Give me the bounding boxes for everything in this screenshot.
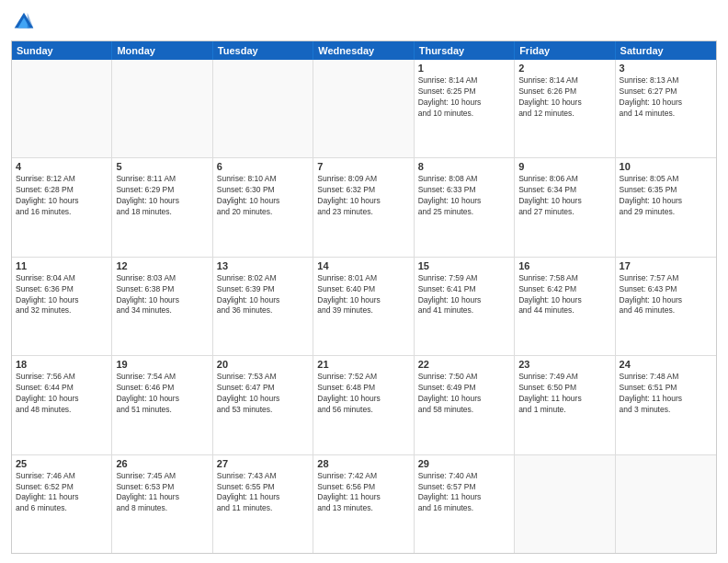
calendar-row: 25Sunrise: 7:46 AM Sunset: 6:52 PM Dayli… [12, 455, 716, 553]
day-number: 9 [518, 161, 610, 172]
calendar-row: 11Sunrise: 8:04 AM Sunset: 6:36 PM Dayli… [12, 258, 716, 356]
day-number: 5 [116, 161, 208, 172]
day-info: Sunrise: 7:40 AM Sunset: 6:57 PM Dayligh… [418, 471, 510, 515]
calendar-cell: 19Sunrise: 7:54 AM Sunset: 6:46 PM Dayli… [112, 356, 212, 454]
day-info: Sunrise: 7:46 AM Sunset: 6:52 PM Dayligh… [16, 471, 108, 515]
day-info: Sunrise: 7:43 AM Sunset: 6:55 PM Dayligh… [217, 471, 309, 515]
calendar-cell: 10Sunrise: 8:05 AM Sunset: 6:35 PM Dayli… [616, 158, 716, 256]
calendar-cell [515, 455, 615, 553]
logo [11, 9, 40, 35]
calendar-cell: 9Sunrise: 8:06 AM Sunset: 6:34 PM Daylig… [515, 158, 615, 256]
weekday-header: Wednesday [313, 41, 414, 60]
calendar-cell: 12Sunrise: 8:03 AM Sunset: 6:38 PM Dayli… [112, 258, 212, 355]
calendar-cell: 23Sunrise: 7:49 AM Sunset: 6:50 PM Dayli… [515, 356, 615, 454]
day-info: Sunrise: 8:03 AM Sunset: 6:38 PM Dayligh… [116, 273, 208, 317]
calendar-cell: 2Sunrise: 8:14 AM Sunset: 6:26 PM Daylig… [515, 60, 615, 157]
calendar-cell: 14Sunrise: 8:01 AM Sunset: 6:40 PM Dayli… [313, 258, 414, 355]
day-number: 23 [518, 359, 610, 370]
weekday-header: Tuesday [213, 41, 313, 60]
day-number: 14 [317, 260, 409, 271]
page: SundayMondayTuesdayWednesdayThursdayFrid… [0, 0, 728, 563]
day-info: Sunrise: 8:14 AM Sunset: 6:26 PM Dayligh… [518, 75, 610, 120]
calendar-header: SundayMondayTuesdayWednesdayThursdayFrid… [12, 41, 716, 60]
day-number: 25 [16, 458, 108, 469]
calendar-cell [213, 60, 313, 157]
calendar-cell: 18Sunrise: 7:56 AM Sunset: 6:44 PM Dayli… [12, 356, 112, 454]
day-info: Sunrise: 7:45 AM Sunset: 6:53 PM Dayligh… [116, 471, 208, 515]
day-info: Sunrise: 8:13 AM Sunset: 6:27 PM Dayligh… [620, 75, 712, 120]
day-number: 2 [518, 63, 610, 74]
calendar-cell [112, 60, 212, 157]
calendar-cell: 15Sunrise: 7:59 AM Sunset: 6:41 PM Dayli… [415, 258, 515, 355]
calendar-cell: 21Sunrise: 7:52 AM Sunset: 6:48 PM Dayli… [313, 356, 414, 454]
day-info: Sunrise: 7:53 AM Sunset: 6:47 PM Dayligh… [217, 372, 309, 416]
day-number: 13 [217, 260, 309, 271]
calendar-cell: 29Sunrise: 7:40 AM Sunset: 6:57 PM Dayli… [415, 455, 515, 553]
day-info: Sunrise: 7:59 AM Sunset: 6:41 PM Dayligh… [418, 273, 510, 317]
calendar-cell: 7Sunrise: 8:09 AM Sunset: 6:32 PM Daylig… [313, 158, 414, 256]
calendar-row: 4Sunrise: 8:12 AM Sunset: 6:28 PM Daylig… [12, 158, 716, 257]
day-info: Sunrise: 7:52 AM Sunset: 6:48 PM Dayligh… [317, 372, 409, 416]
day-number: 29 [418, 458, 510, 469]
day-info: Sunrise: 7:54 AM Sunset: 6:46 PM Dayligh… [116, 372, 208, 416]
calendar-cell: 8Sunrise: 8:08 AM Sunset: 6:33 PM Daylig… [415, 158, 515, 256]
day-info: Sunrise: 8:02 AM Sunset: 6:39 PM Dayligh… [217, 273, 309, 317]
calendar-cell: 26Sunrise: 7:45 AM Sunset: 6:53 PM Dayli… [112, 455, 212, 553]
day-number: 1 [418, 63, 510, 74]
calendar: SundayMondayTuesdayWednesdayThursdayFrid… [11, 40, 717, 554]
calendar-cell: 17Sunrise: 7:57 AM Sunset: 6:43 PM Dayli… [616, 258, 716, 355]
day-number: 18 [16, 359, 108, 370]
calendar-row: 18Sunrise: 7:56 AM Sunset: 6:44 PM Dayli… [12, 356, 716, 454]
day-number: 8 [418, 161, 510, 172]
calendar-cell: 28Sunrise: 7:42 AM Sunset: 6:56 PM Dayli… [313, 455, 414, 553]
day-info: Sunrise: 8:04 AM Sunset: 6:36 PM Dayligh… [16, 273, 108, 317]
day-number: 27 [217, 458, 309, 469]
calendar-cell: 22Sunrise: 7:50 AM Sunset: 6:49 PM Dayli… [415, 356, 515, 454]
day-number: 7 [317, 161, 409, 172]
day-number: 15 [418, 260, 510, 271]
day-number: 4 [16, 161, 108, 172]
calendar-cell: 1Sunrise: 8:14 AM Sunset: 6:25 PM Daylig… [415, 60, 515, 157]
calendar-cell: 13Sunrise: 8:02 AM Sunset: 6:39 PM Dayli… [213, 258, 313, 355]
header [11, 9, 717, 35]
day-info: Sunrise: 7:58 AM Sunset: 6:42 PM Dayligh… [518, 273, 610, 317]
weekday-header: Saturday [616, 41, 716, 60]
day-number: 12 [116, 260, 208, 271]
day-info: Sunrise: 8:11 AM Sunset: 6:29 PM Dayligh… [116, 174, 208, 218]
calendar-cell: 4Sunrise: 8:12 AM Sunset: 6:28 PM Daylig… [12, 158, 112, 256]
day-info: Sunrise: 7:57 AM Sunset: 6:43 PM Dayligh… [620, 273, 712, 317]
day-number: 16 [518, 260, 610, 271]
day-number: 21 [317, 359, 409, 370]
calendar-cell: 25Sunrise: 7:46 AM Sunset: 6:52 PM Dayli… [12, 455, 112, 553]
day-number: 11 [16, 260, 108, 271]
day-info: Sunrise: 7:50 AM Sunset: 6:49 PM Dayligh… [418, 372, 510, 416]
calendar-cell: 11Sunrise: 8:04 AM Sunset: 6:36 PM Dayli… [12, 258, 112, 355]
calendar-cell: 27Sunrise: 7:43 AM Sunset: 6:55 PM Dayli… [213, 455, 313, 553]
day-info: Sunrise: 8:05 AM Sunset: 6:35 PM Dayligh… [620, 174, 712, 218]
day-info: Sunrise: 8:14 AM Sunset: 6:25 PM Dayligh… [418, 75, 510, 120]
logo-icon [11, 9, 37, 35]
day-number: 17 [620, 260, 712, 271]
day-info: Sunrise: 8:10 AM Sunset: 6:30 PM Dayligh… [217, 174, 309, 218]
weekday-header: Friday [515, 41, 615, 60]
day-info: Sunrise: 8:12 AM Sunset: 6:28 PM Dayligh… [16, 174, 108, 218]
calendar-cell: 24Sunrise: 7:48 AM Sunset: 6:51 PM Dayli… [616, 356, 716, 454]
calendar-cell: 3Sunrise: 8:13 AM Sunset: 6:27 PM Daylig… [616, 60, 716, 157]
calendar-cell [313, 60, 414, 157]
day-number: 24 [620, 359, 712, 370]
calendar-cell: 6Sunrise: 8:10 AM Sunset: 6:30 PM Daylig… [213, 158, 313, 256]
day-info: Sunrise: 7:56 AM Sunset: 6:44 PM Dayligh… [16, 372, 108, 416]
calendar-cell [12, 60, 112, 157]
day-info: Sunrise: 8:06 AM Sunset: 6:34 PM Dayligh… [518, 174, 610, 218]
day-info: Sunrise: 8:01 AM Sunset: 6:40 PM Dayligh… [317, 273, 409, 317]
day-number: 10 [620, 161, 712, 172]
weekday-header: Sunday [12, 41, 112, 60]
day-number: 20 [217, 359, 309, 370]
day-info: Sunrise: 7:48 AM Sunset: 6:51 PM Dayligh… [620, 372, 712, 416]
calendar-cell: 20Sunrise: 7:53 AM Sunset: 6:47 PM Dayli… [213, 356, 313, 454]
day-info: Sunrise: 8:09 AM Sunset: 6:32 PM Dayligh… [317, 174, 409, 218]
day-info: Sunrise: 7:49 AM Sunset: 6:50 PM Dayligh… [518, 372, 610, 416]
day-number: 3 [620, 63, 712, 74]
weekday-header: Monday [112, 41, 212, 60]
calendar-cell: 16Sunrise: 7:58 AM Sunset: 6:42 PM Dayli… [515, 258, 615, 355]
